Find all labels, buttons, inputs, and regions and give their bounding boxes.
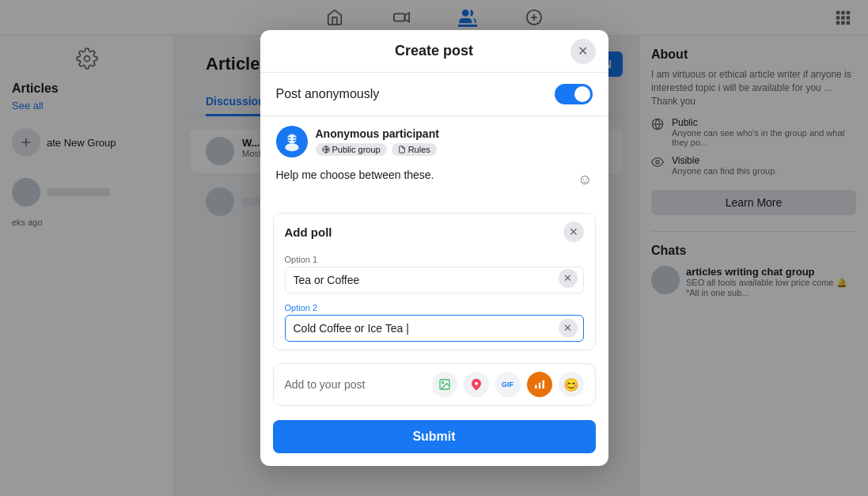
rules-tag[interactable]: Rules — [392, 143, 437, 156]
anonymous-toggle[interactable] — [555, 84, 593, 104]
add-emoji-icon[interactable]: 😊 — [559, 372, 584, 397]
modal-title: Create post — [395, 43, 473, 59]
add-photo-icon[interactable] — [432, 372, 457, 397]
modal-header: Create post ✕ — [260, 30, 608, 73]
poll-option2-remove-button[interactable]: ✕ — [559, 318, 578, 337]
submit-row: Submit — [260, 412, 608, 466]
add-icons: GIF 😊 — [432, 372, 584, 397]
modal-overlay: Create post ✕ Post anonymously Anonymous… — [0, 0, 868, 496]
svg-rect-31 — [542, 381, 544, 389]
anonymous-label: Post anonymously — [276, 87, 380, 101]
textarea-wrap: ☺ — [260, 162, 608, 206]
svg-point-29 — [442, 382, 443, 384]
create-post-modal: Create post ✕ Post anonymously Anonymous… — [260, 30, 608, 466]
user-tags: Public group Rules — [316, 143, 439, 156]
poll-option-2-wrap: Option 2 ✕ — [274, 298, 595, 350]
poll-title: Add poll — [285, 225, 332, 239]
user-name: Anonymous participant — [316, 127, 439, 140]
svg-rect-33 — [535, 385, 536, 389]
public-group-tag[interactable]: Public group — [316, 143, 387, 156]
user-info-row: Anonymous participant Public group Rules — [260, 116, 608, 162]
poll-close-button[interactable]: ✕ — [563, 221, 584, 242]
post-textarea[interactable] — [276, 168, 593, 200]
poll-header: Add poll ✕ — [274, 214, 595, 250]
svg-rect-25 — [287, 138, 295, 140]
svg-rect-32 — [538, 383, 540, 389]
add-location-icon[interactable] — [464, 372, 489, 397]
add-gif-icon[interactable]: GIF — [495, 372, 521, 397]
add-to-post-label: Add to your post — [285, 378, 366, 391]
add-poll-icon[interactable] — [527, 372, 552, 397]
add-to-post-row: Add to your post GIF 😊 — [273, 363, 596, 406]
poll-option2-label: Option 2 — [285, 303, 584, 312]
poll-section: Add poll ✕ Option 1 ✕ Option 2 ✕ — [273, 213, 596, 350]
svg-point-22 — [285, 143, 298, 151]
svg-point-30 — [475, 382, 478, 385]
poll-option1-label: Option 1 — [285, 255, 584, 264]
anonymous-row: Post anonymously — [260, 73, 608, 116]
poll-option1-remove-button[interactable]: ✕ — [559, 268, 578, 287]
submit-button[interactable]: Submit — [273, 420, 596, 453]
poll-option1-input[interactable] — [285, 267, 584, 293]
user-details: Anonymous participant Public group Rules — [316, 127, 439, 156]
modal-close-button[interactable]: ✕ — [570, 39, 596, 64]
emoji-button-textarea[interactable]: ☺ — [578, 172, 592, 188]
user-avatar — [276, 126, 308, 157]
poll-option2-input[interactable] — [285, 315, 584, 342]
poll-option-1-wrap: Option 1 ✕ — [274, 250, 595, 298]
toggle-knob — [574, 86, 590, 102]
